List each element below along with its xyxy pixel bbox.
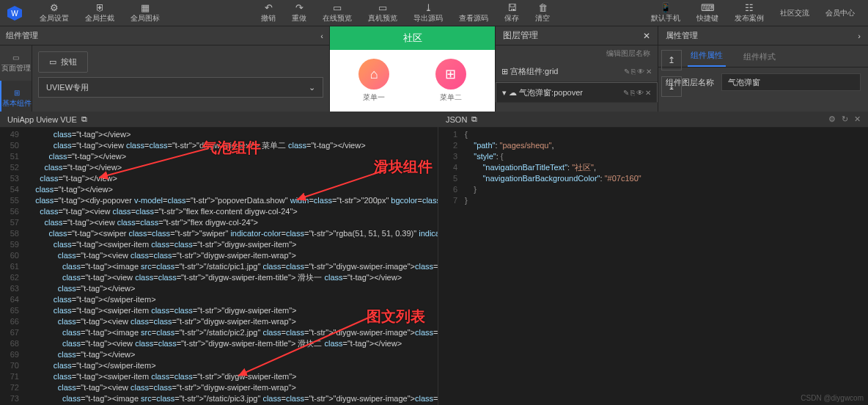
- watermark: CSDN @diygwcom: [801, 394, 864, 402]
- move-down-button[interactable]: ⤓: [661, 76, 682, 97]
- layer-action-icon[interactable]: ✕: [645, 89, 651, 97]
- top-left-btn-0[interactable]: ⚙全局设置: [32, 1, 76, 25]
- layer-action-icon[interactable]: ✎: [623, 89, 629, 97]
- top-right-btn-0[interactable]: 📱默认手机: [644, 1, 688, 25]
- side-tab-pages[interactable]: ▭页面管理: [0, 45, 32, 81]
- code-header-right: JSON ⧉ ⚙ ↻ ✕: [438, 112, 868, 128]
- props-header: 属性管理 ›: [658, 26, 868, 45]
- toolbar-icon: ☷: [744, 2, 754, 12]
- toolbar-icon: ↷: [294, 2, 304, 12]
- components-header: 组件管理 ‹: [0, 26, 329, 45]
- menu-icon: ⌂: [358, 59, 389, 90]
- button-icon: ▭: [49, 57, 56, 67]
- top-toolbar: W ⚙全局设置⛨全局拦截▦全局图标 ↶撤销↷重做▭在线预览▭真机预览⤓导出源码查…: [0, 0, 868, 26]
- top-right-btn-4[interactable]: 会员中心: [818, 1, 862, 25]
- toolbar-icon: ⌨: [702, 2, 713, 12]
- layer-action-icon[interactable]: 👁: [637, 68, 644, 76]
- top-right-btn-3[interactable]: 社区交流: [773, 1, 817, 25]
- close-icon[interactable]: ✕: [854, 114, 861, 124]
- prop-tab-0[interactable]: 组件属性: [688, 45, 726, 67]
- component-button[interactable]: ▭ 按钮: [38, 51, 88, 73]
- prop-tab-1[interactable]: 组件样式: [740, 47, 779, 67]
- toolbar-icon: ▭: [332, 2, 342, 12]
- top-center-btn-4[interactable]: ⤓导出源码: [406, 1, 450, 25]
- top-left-btn-2[interactable]: ▦全局图标: [123, 1, 167, 25]
- toolbar-icon: 📱: [661, 2, 671, 12]
- layer-name-input[interactable]: [721, 73, 861, 91]
- layer-action-icon[interactable]: ✎: [624, 68, 630, 76]
- top-center-btn-7[interactable]: 🗑清空: [528, 1, 557, 25]
- toolbar-icon: ⛨: [95, 2, 105, 12]
- move-up-button[interactable]: ↥: [661, 50, 682, 70]
- app-logo: W: [6, 4, 23, 22]
- toolbar-icon: ⤓: [423, 2, 433, 12]
- refresh-icon[interactable]: ↻: [842, 114, 848, 124]
- close-icon[interactable]: ✕: [643, 31, 650, 41]
- top-right-btn-1[interactable]: ⌨快捷键: [689, 1, 726, 25]
- menu-icon: ⊞: [435, 59, 466, 90]
- phone-tab[interactable]: 社区: [330, 26, 495, 50]
- layer-item-0[interactable]: ⊞ 宫格组件:grid✎⎘👁✕: [496, 62, 658, 82]
- toolbar-icon: ▦: [140, 2, 150, 12]
- top-center-btn-2[interactable]: ▭在线预览: [315, 1, 359, 25]
- layer-item-1[interactable]: ▾ ☁ 气泡弹窗:popover✎⎘👁✕: [496, 82, 658, 103]
- top-center-btn-1[interactable]: ↷重做: [284, 1, 314, 25]
- layers-header: 图层管理 ✕: [496, 26, 658, 45]
- code-area: UniApp Uview VUE ⧉ 495051525354555657585…: [0, 112, 868, 405]
- top-right-btn-2[interactable]: ☷发布案例: [727, 1, 771, 25]
- components-title: 组件管理: [6, 30, 38, 41]
- layers-subtitle: 编辑图层名称: [496, 45, 658, 62]
- layer-action-icon[interactable]: ✕: [646, 68, 652, 76]
- top-left-btn-1[interactable]: ⛨全局拦截: [78, 1, 122, 25]
- toolbar-icon: ↶: [263, 2, 273, 12]
- toolbar-icon: 🖫: [507, 2, 517, 12]
- uview-select[interactable]: UVIEW专用 ⌄: [38, 77, 323, 98]
- chevron-right-icon[interactable]: ›: [858, 32, 861, 40]
- layer-action-icon[interactable]: 👁: [636, 89, 644, 97]
- toolbar-icon: ⚙: [49, 2, 59, 12]
- gear-icon[interactable]: ⚙: [828, 114, 836, 124]
- top-center-btn-3[interactable]: ▭真机预览: [361, 1, 405, 25]
- code-editor-left[interactable]: class="t-tag"></view> class="t-tag"><vie…: [23, 128, 438, 405]
- toolbar-icon: ▭: [378, 2, 388, 12]
- side-tab-basic[interactable]: ⊞基本组件: [0, 81, 32, 116]
- toolbar-icon: [468, 2, 479, 12]
- chevron-down-icon: ⌄: [309, 83, 315, 92]
- layer-action-icon[interactable]: ⎘: [631, 68, 636, 76]
- svg-text:W: W: [11, 10, 18, 18]
- copy-icon[interactable]: ⧉: [471, 114, 477, 124]
- top-center-btn-0[interactable]: ↶撤销: [254, 1, 283, 25]
- code-header-left: UniApp Uview VUE ⧉: [0, 112, 438, 128]
- toolbar-icon: 🗑: [537, 2, 548, 12]
- code-editor-right[interactable]: { "path": "pages/shequ", "style": { "nav…: [462, 128, 868, 405]
- copy-icon[interactable]: ⧉: [81, 114, 87, 124]
- chevron-left-icon[interactable]: ‹: [320, 32, 323, 40]
- layer-action-icon[interactable]: ⎘: [630, 89, 635, 97]
- top-center-btn-5[interactable]: 查看源码: [452, 1, 496, 25]
- top-center-btn-6[interactable]: 🖫保存: [497, 1, 526, 25]
